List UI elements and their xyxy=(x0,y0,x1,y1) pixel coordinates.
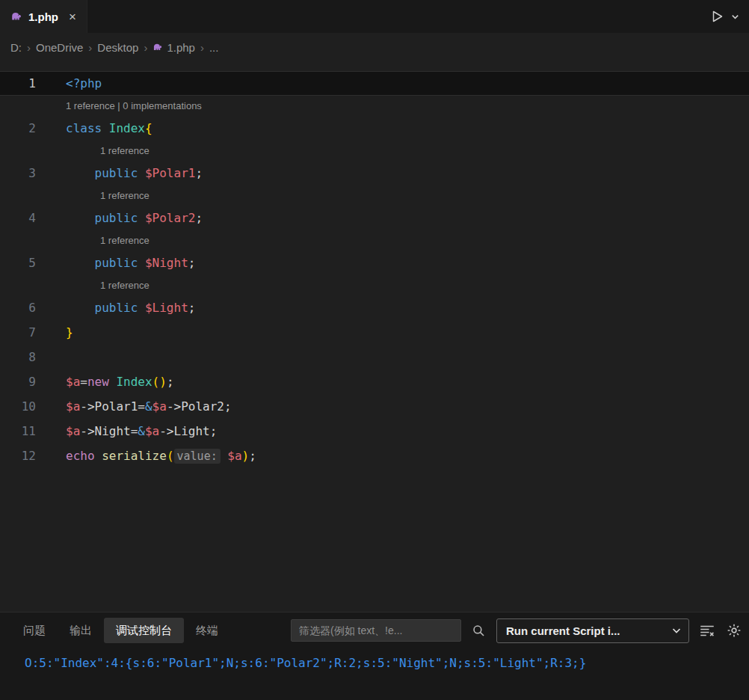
debug-session-dropdown-label: Run current Script i... xyxy=(497,624,671,637)
panel-header: 问题 输出 调试控制台 终端 Run current Script i... xyxy=(0,612,749,648)
tab-label: 1.php xyxy=(28,10,58,23)
line-number[interactable]: 3 xyxy=(0,161,36,185)
code-text: $a->Polar1=&$a->Polar2; xyxy=(66,394,232,419)
panel-tab-terminal[interactable]: 终端 xyxy=(184,618,230,643)
line-number[interactable]: 4 xyxy=(0,206,36,230)
tab-bar-spacer xyxy=(87,0,707,33)
line-number xyxy=(0,141,36,161)
code-line[interactable]: 11$a->Night=&$a->Light; xyxy=(0,419,749,443)
console-settings-gear-icon[interactable] xyxy=(725,621,743,639)
clear-console-icon[interactable] xyxy=(698,621,716,639)
line-number[interactable]: 8 xyxy=(0,345,36,369)
code-line[interactable]: 12echo serialize(value: $a); xyxy=(0,443,749,468)
code-line[interactable]: 2class Index{ xyxy=(0,116,749,141)
breadcrumb-separator: › xyxy=(144,41,147,54)
tab-bar: 1.php × xyxy=(0,0,749,33)
chevron-down-icon xyxy=(671,624,682,636)
codelens-link[interactable]: 1 reference xyxy=(66,141,150,161)
editor[interactable]: 1<?php1 reference | 0 implementations2cl… xyxy=(0,61,749,612)
code-line[interactable]: 8 xyxy=(0,345,749,369)
code-text: public $Night; xyxy=(66,251,195,275)
code-text: $a->Night=&$a->Light; xyxy=(66,419,217,443)
breadcrumb-file-label: 1.php xyxy=(167,41,195,54)
breadcrumb-separator: › xyxy=(27,41,31,54)
codelens-row[interactable]: 1 reference xyxy=(0,230,749,251)
panel-header-actions: Run current Script i... xyxy=(291,618,743,643)
breadcrumb-separator: › xyxy=(88,41,92,54)
codelens-row[interactable]: 1 reference | 0 implementations xyxy=(0,96,749,116)
line-number[interactable]: 7 xyxy=(0,320,36,345)
panel-tab-debug-console[interactable]: 调试控制台 xyxy=(104,618,184,643)
codelens-row[interactable]: 1 reference xyxy=(0,141,749,161)
code-line[interactable]: 9$a=new Index(); xyxy=(0,369,749,394)
code-text: $a=new Index(); xyxy=(66,369,174,394)
tab-1php[interactable]: 1.php × xyxy=(0,0,87,33)
debug-session-dropdown[interactable]: Run current Script i... xyxy=(496,618,689,643)
code-line[interactable]: 5 public $Night; xyxy=(0,251,749,275)
code-text: class Index{ xyxy=(66,116,152,141)
panel-tab-output[interactable]: 输出 xyxy=(58,618,104,643)
inlay-hint: value: xyxy=(174,449,221,464)
breadcrumb-symbol[interactable]: ... xyxy=(209,41,219,54)
line-number[interactable]: 2 xyxy=(0,116,36,141)
line-number[interactable]: 9 xyxy=(0,369,36,394)
code-text: public $Polar1; xyxy=(66,161,203,185)
search-icon[interactable] xyxy=(470,622,487,639)
php-elephant-icon xyxy=(152,42,163,52)
code-text: <?php xyxy=(66,71,102,96)
code-line[interactable]: 6 public $Light; xyxy=(0,295,749,320)
breadcrumb-separator: › xyxy=(200,41,204,54)
editor-actions xyxy=(707,0,749,33)
line-number xyxy=(0,230,36,251)
codelens-row[interactable]: 1 reference xyxy=(0,275,749,295)
code-line[interactable]: 7} xyxy=(0,320,749,345)
line-number[interactable]: 10 xyxy=(0,394,36,419)
panel-tab-problems[interactable]: 问题 xyxy=(11,618,58,643)
code-line[interactable]: 1<?php xyxy=(0,71,749,96)
line-number[interactable]: 11 xyxy=(0,419,36,443)
line-number xyxy=(0,96,36,116)
run-chevron-down-icon[interactable] xyxy=(729,10,742,23)
debug-output-line: O:5:"Index":4:{s:6:"Polar1";N;s:6:"Polar… xyxy=(25,654,749,672)
codelens-row[interactable]: 1 reference xyxy=(0,185,749,206)
line-number[interactable]: 5 xyxy=(0,251,36,275)
code-text: public $Light; xyxy=(66,295,195,320)
line-number[interactable]: 12 xyxy=(0,443,36,468)
codelens-link[interactable]: 1 reference xyxy=(66,185,150,206)
line-number xyxy=(0,275,36,295)
run-play-icon[interactable] xyxy=(707,7,727,26)
breadcrumb-desktop[interactable]: Desktop xyxy=(97,41,138,54)
line-number[interactable]: 1 xyxy=(0,71,36,96)
bottom-panel: 问题 输出 调试控制台 终端 Run current Script i... O… xyxy=(0,612,749,700)
console-filter-input[interactable] xyxy=(291,619,461,642)
line-number xyxy=(0,185,36,206)
line-number[interactable]: 6 xyxy=(0,295,36,320)
debug-console-output: O:5:"Index":4:{s:6:"Polar1";N;s:6:"Polar… xyxy=(0,648,749,672)
code-line[interactable]: 4 public $Polar2; xyxy=(0,206,749,230)
breadcrumb-file[interactable]: 1.php xyxy=(152,41,195,54)
php-elephant-icon xyxy=(10,10,22,22)
codelens-link[interactable]: 1 reference | 0 implementations xyxy=(66,96,202,116)
codelens-link[interactable]: 1 reference xyxy=(66,275,150,295)
code-line[interactable]: 3 public $Polar1; xyxy=(0,161,749,185)
code-text: } xyxy=(66,320,73,345)
code-text: echo serialize(value: $a); xyxy=(66,443,256,468)
panel-tabs: 问题 输出 调试控制台 终端 xyxy=(11,612,230,648)
tab-close-icon[interactable]: × xyxy=(69,10,76,23)
code-text: public $Polar2; xyxy=(66,206,203,230)
breadcrumb: D: › OneDrive › Desktop › 1.php › ... xyxy=(0,33,749,61)
code-line[interactable]: 10$a->Polar1=&$a->Polar2; xyxy=(0,394,749,419)
breadcrumb-drive[interactable]: D: xyxy=(10,41,22,54)
editor-lines: 1<?php1 reference | 0 implementations2cl… xyxy=(0,71,749,468)
breadcrumb-onedrive[interactable]: OneDrive xyxy=(36,41,83,54)
codelens-link[interactable]: 1 reference xyxy=(66,230,150,251)
